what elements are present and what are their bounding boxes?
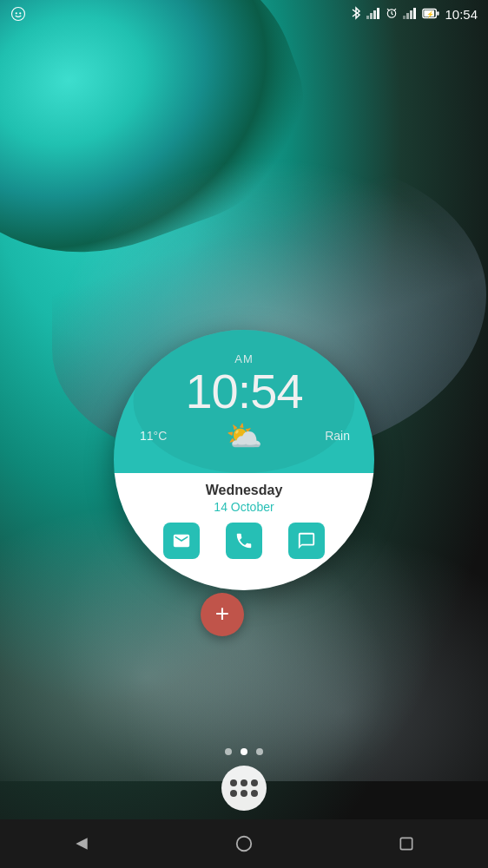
svg-rect-8 — [403, 16, 406, 19]
grid-dot — [251, 790, 258, 797]
svg-point-1 — [16, 12, 17, 14]
svg-point-2 — [19, 12, 21, 14]
weather-icon: ⛅ — [226, 421, 262, 450]
page-indicators — [225, 748, 263, 755]
clock-time: 10:54 — [185, 367, 302, 416]
svg-rect-3 — [366, 16, 369, 19]
page-dot-1[interactable] — [225, 748, 232, 755]
recents-icon — [398, 835, 415, 852]
svg-text:⚡: ⚡ — [427, 10, 436, 17]
svg-rect-5 — [373, 10, 376, 19]
svg-rect-14 — [438, 11, 439, 16]
grid-dot — [230, 779, 237, 786]
alarm-icon — [386, 7, 398, 21]
lte-icon — [403, 7, 417, 21]
svg-rect-4 — [370, 13, 373, 19]
action-buttons — [163, 523, 325, 559]
back-icon — [73, 835, 90, 852]
grid-dot — [230, 790, 237, 797]
svg-point-17 — [237, 837, 252, 852]
back-button[interactable] — [63, 825, 101, 863]
svg-rect-6 — [377, 8, 379, 19]
svg-rect-10 — [410, 10, 412, 19]
status-bar: ⚡ 10:54 — [0, 0, 488, 28]
home-button[interactable] — [225, 825, 263, 863]
page-dot-2[interactable] — [241, 748, 247, 755]
sms-icon — [297, 531, 316, 550]
svg-rect-18 — [401, 838, 412, 849]
grid-dot — [241, 779, 247, 786]
status-right: ⚡ 10:54 — [351, 6, 478, 22]
recents-button[interactable] — [387, 825, 425, 863]
email-button[interactable] — [163, 523, 200, 559]
home-icon — [234, 834, 254, 853]
dots-grid — [230, 779, 258, 797]
battery-icon: ⚡ — [422, 8, 439, 21]
android-icon — [10, 6, 26, 22]
signal-bars-icon — [366, 7, 380, 21]
phone-button[interactable] — [226, 523, 262, 559]
fab-button[interactable]: + — [201, 593, 244, 636]
email-icon — [172, 531, 191, 550]
clock-widget: AM 10:54 11°C ⛅ Rain Wednesday 14 Octobe… — [114, 330, 374, 590]
svg-point-0 — [12, 8, 25, 21]
clock-section: AM 10:54 11°C ⛅ Rain — [114, 330, 374, 473]
svg-rect-9 — [406, 13, 409, 19]
date-label: 14 October — [214, 500, 274, 514]
phone-icon — [234, 531, 254, 550]
grid-dot — [251, 779, 258, 786]
status-time: 10:54 — [445, 7, 478, 22]
fab-icon: + — [215, 602, 229, 626]
day-label: Wednesday — [206, 482, 283, 500]
status-left — [10, 6, 26, 22]
svg-rect-11 — [413, 8, 416, 19]
nav-bar — [0, 819, 488, 868]
weather-condition-label: Rain — [325, 429, 350, 443]
temperature-label: 11°C — [140, 429, 167, 443]
svg-marker-16 — [76, 838, 87, 849]
bluetooth-icon — [351, 6, 361, 22]
app-drawer-button[interactable] — [221, 766, 267, 811]
page-dot-3[interactable] — [256, 748, 263, 755]
sms-button[interactable] — [288, 523, 325, 559]
grid-dot — [241, 790, 247, 797]
weather-row: 11°C ⛅ Rain — [114, 421, 374, 450]
